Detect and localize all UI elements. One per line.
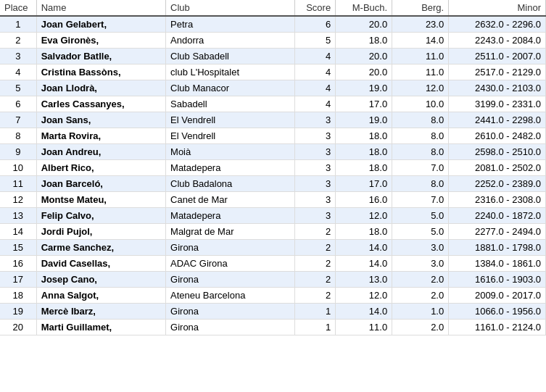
cell-mbuch: 14.0 [336, 304, 392, 320]
cell-place: 6 [0, 96, 36, 112]
cell-mbuch: 19.0 [336, 112, 392, 128]
cell-berg: 8.0 [392, 128, 449, 144]
cell-club: Ateneu Barcelona [166, 288, 295, 304]
cell-club: El Vendrell [166, 112, 295, 128]
cell-berg: 5.0 [392, 208, 449, 224]
cell-place: 9 [0, 144, 36, 160]
cell-mbuch: 20.0 [336, 49, 392, 64]
cell-score: 2 [295, 256, 336, 272]
cell-club: Girona [166, 320, 295, 335]
col-place: Place [0, 0, 36, 16]
cell-club: Girona [166, 304, 295, 320]
cell-score: 3 [295, 192, 336, 208]
cell-place: 4 [0, 64, 36, 80]
table-row: 11Joan Barceló,Club Badalona317.08.02252… [0, 176, 546, 192]
table-row: 20Marti Guillamet,Girona111.02.01161.0 -… [0, 320, 546, 335]
cell-minor: 2610.0 - 2482.0 [449, 128, 546, 144]
cell-place: 20 [0, 320, 36, 335]
cell-score: 2 [295, 224, 336, 240]
cell-mbuch: 14.0 [336, 256, 392, 272]
cell-berg: 11.0 [392, 64, 449, 80]
cell-place: 7 [0, 112, 36, 128]
cell-mbuch: 19.0 [336, 80, 392, 96]
table-row: 1Joan Gelabert,Petra620.023.02632.0 - 22… [0, 16, 546, 33]
cell-minor: 2441.0 - 2298.0 [449, 112, 546, 128]
cell-minor: 2240.0 - 1872.0 [449, 208, 546, 224]
cell-score: 4 [295, 49, 336, 64]
cell-club: Sabadell [166, 96, 295, 112]
cell-score: 2 [295, 272, 336, 288]
cell-place: 10 [0, 160, 36, 176]
table-row: 7Joan Sans,El Vendrell319.08.02441.0 - 2… [0, 112, 546, 128]
cell-berg: 10.0 [392, 96, 449, 112]
cell-berg: 7.0 [392, 160, 449, 176]
cell-berg: 8.0 [392, 176, 449, 192]
cell-berg: 2.0 [392, 272, 449, 288]
table-row: 14Jordi Pujol,Malgrat de Mar218.05.02277… [0, 224, 546, 240]
cell-name: Joan Gelabert, [36, 16, 165, 33]
cell-score: 3 [295, 208, 336, 224]
cell-name: Joan Sans, [36, 112, 165, 128]
cell-place: 18 [0, 288, 36, 304]
cell-mbuch: 13.0 [336, 272, 392, 288]
cell-place: 3 [0, 49, 36, 64]
col-name: Name [36, 0, 165, 16]
cell-name: Albert Rico, [36, 160, 165, 176]
cell-place: 1 [0, 16, 36, 33]
cell-club: Matadepera [166, 160, 295, 176]
cell-minor: 2252.0 - 2389.0 [449, 176, 546, 192]
cell-place: 16 [0, 256, 36, 272]
standings-table: Place Name Club Score M-Buch. Berg. Mino… [0, 0, 546, 335]
table-row: 15Carme Sanchez,Girona214.03.01881.0 - 1… [0, 240, 546, 256]
table-row: 16David Casellas,ADAC Girona214.03.01384… [0, 256, 546, 272]
cell-name: Mercè Ibarz, [36, 304, 165, 320]
cell-name: Eva Gironès, [36, 33, 165, 49]
cell-name: Carles Cassanyes, [36, 96, 165, 112]
cell-name: Montse Mateu, [36, 192, 165, 208]
cell-score: 3 [295, 128, 336, 144]
table-row: 6Carles Cassanyes,Sabadell417.010.03199.… [0, 96, 546, 112]
cell-club: Andorra [166, 33, 295, 49]
cell-minor: 2511.0 - 2007.0 [449, 49, 546, 64]
cell-score: 1 [295, 304, 336, 320]
table-row: 17Josep Cano,Girona213.02.01616.0 - 1903… [0, 272, 546, 288]
col-mbuch: M-Buch. [336, 0, 392, 16]
cell-mbuch: 18.0 [336, 160, 392, 176]
cell-minor: 2430.0 - 2103.0 [449, 80, 546, 96]
cell-score: 3 [295, 144, 336, 160]
cell-name: Anna Salgot, [36, 288, 165, 304]
cell-name: Marti Guillamet, [36, 320, 165, 335]
cell-club: Club Badalona [166, 176, 295, 192]
cell-berg: 23.0 [392, 16, 449, 33]
cell-name: Jordi Pujol, [36, 224, 165, 240]
col-minor: Minor [449, 0, 546, 16]
cell-place: 19 [0, 304, 36, 320]
cell-score: 2 [295, 288, 336, 304]
table-row: 8Marta Rovira,El Vendrell318.08.02610.0 … [0, 128, 546, 144]
cell-score: 4 [295, 96, 336, 112]
cell-place: 17 [0, 272, 36, 288]
col-berg: Berg. [392, 0, 449, 16]
cell-score: 3 [295, 176, 336, 192]
table-row: 12Montse Mateu,Canet de Mar316.07.02316.… [0, 192, 546, 208]
cell-minor: 1616.0 - 1903.0 [449, 272, 546, 288]
cell-minor: 2243.0 - 2084.0 [449, 33, 546, 49]
cell-score: 4 [295, 80, 336, 96]
cell-score: 2 [295, 240, 336, 256]
cell-minor: 2081.0 - 2502.0 [449, 160, 546, 176]
col-club: Club [166, 0, 295, 16]
cell-club: El Vendrell [166, 128, 295, 144]
cell-mbuch: 12.0 [336, 288, 392, 304]
table-row: 9Joan Andreu,Moià318.08.02598.0 - 2510.0 [0, 144, 546, 160]
cell-mbuch: 14.0 [336, 240, 392, 256]
cell-score: 3 [295, 112, 336, 128]
cell-name: Joan Llodrà, [36, 80, 165, 96]
cell-score: 3 [295, 160, 336, 176]
table-row: 19Mercè Ibarz,Girona114.01.01066.0 - 195… [0, 304, 546, 320]
cell-score: 5 [295, 33, 336, 49]
cell-place: 2 [0, 33, 36, 49]
cell-minor: 2632.0 - 2296.0 [449, 16, 546, 33]
cell-club: Club Manacor [166, 80, 295, 96]
cell-mbuch: 11.0 [336, 320, 392, 335]
table-header: Place Name Club Score M-Buch. Berg. Mino… [0, 0, 546, 16]
